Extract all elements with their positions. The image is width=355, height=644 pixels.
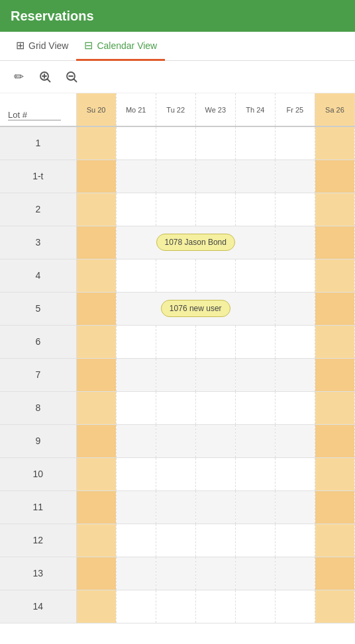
- lot-cell: 8: [0, 391, 76, 424]
- svg-line-1: [48, 79, 50, 82]
- day-cell-lot1-t-fr25: [275, 160, 315, 193]
- day-cell-lot2-sa26: [315, 193, 354, 226]
- day-cell-lot11-su20: [76, 490, 116, 524]
- day-cell-lot11-th24: [235, 490, 275, 524]
- day-cell-lot2-we23: [195, 193, 235, 226]
- toolbar: ✏: [0, 61, 355, 93]
- day-cell-lot14-sa26: [315, 590, 354, 623]
- lot-cell: 4: [0, 259, 76, 292]
- day-header-tu22: Tu 22: [156, 93, 195, 126]
- day-cell-lot6-sa26: [315, 325, 354, 358]
- day-cell-lot14-th24: [235, 590, 275, 623]
- day-cell-lot10-fr25: [275, 457, 315, 490]
- day-cell-lot10-tu22: [156, 457, 195, 490]
- reservation-badge[interactable]: 1076 new user: [161, 300, 230, 317]
- day-cell-lot12-th24: [235, 524, 275, 557]
- day-cell-lot2-mo21: [116, 193, 156, 226]
- day-cell-lot10-mo21: [116, 457, 156, 490]
- day-cell-lot1-mo21: [116, 126, 156, 160]
- day-cell-lot11-sa26: [315, 490, 354, 524]
- day-cell-lot12-su20: [76, 524, 116, 557]
- day-cell-lot6-su20: [76, 325, 116, 358]
- zoom-in-button[interactable]: [34, 66, 56, 87]
- day-cell-lot13-mo21: [116, 557, 156, 590]
- tab-grid[interactable]: ⊞ Grid View: [8, 32, 76, 61]
- day-cell-lot9-tu22: [156, 424, 195, 457]
- day-cell-lot6-fr25: [275, 325, 315, 358]
- day-cell-lot10-su20: [76, 457, 116, 490]
- lot-cell: 7: [0, 358, 76, 391]
- edit-button[interactable]: ✏: [8, 66, 29, 87]
- day-cell-lot1-t-su20: [76, 160, 116, 193]
- grid-icon: ⊞: [16, 39, 25, 52]
- day-cell-lot4-we23: [195, 259, 235, 292]
- day-cell-lot8-mo21: [116, 391, 156, 424]
- day-cell-lot7-sa26: [315, 358, 354, 391]
- day-cell-lot12-mo21: [116, 524, 156, 557]
- day-cell-lot7-mo21: [116, 358, 156, 391]
- day-cell-lot8-we23: [195, 391, 235, 424]
- day-cell-lot1-t-sa26: [315, 160, 354, 193]
- day-cell-lot14-fr25: [275, 590, 315, 623]
- day-cell-lot4-sa26: [315, 259, 354, 292]
- day-cell-lot2-su20: [76, 193, 116, 226]
- lot-cell: 13: [0, 557, 76, 590]
- lot-cell: 10: [0, 457, 76, 490]
- lot-cell: 11: [0, 490, 76, 524]
- day-cell-lot13-th24: [235, 557, 275, 590]
- day-cell-lot4-su20: [76, 259, 116, 292]
- day-header-su20: Su 20: [76, 93, 116, 126]
- day-cell-lot9-fr25: [275, 424, 315, 457]
- day-cell-lot11-mo21: [116, 490, 156, 524]
- day-cell-lot6-we23: [195, 325, 235, 358]
- svg-line-5: [74, 79, 77, 82]
- day-cell-lot10-sa26: [315, 457, 354, 490]
- tab-grid-label: Grid View: [28, 40, 68, 51]
- day-cell-lot12-sa26: [315, 524, 354, 557]
- day-cell-lot7-we23: [195, 358, 235, 391]
- day-cell-lot1-tu22: [156, 126, 195, 160]
- app-header: Reservations: [0, 0, 355, 32]
- day-cell-lot12-we23: [195, 524, 235, 557]
- day-cell-lot11-we23: [195, 490, 235, 524]
- day-cell-lot6-th24: [235, 325, 275, 358]
- day-cell-lot4-mo21: [116, 259, 156, 292]
- tab-calendar-label: Calendar View: [97, 40, 157, 51]
- calendar-icon: ⊟: [84, 39, 93, 52]
- lot-cell: 5: [0, 292, 76, 325]
- day-cell-lot13-fr25: [275, 557, 315, 590]
- day-header-sa26: Sa 26: [315, 93, 354, 126]
- day-cell-lot9-sa26: [315, 424, 354, 457]
- day-cell-lot2-th24: [235, 193, 275, 226]
- zoom-out-button[interactable]: [61, 66, 82, 87]
- day-cell-lot5-mo21[interactable]: 1076 new user: [116, 292, 275, 325]
- day-cell-lot4-th24: [235, 259, 275, 292]
- day-cell-lot6-tu22: [156, 325, 195, 358]
- day-cell-lot3-sa26: [315, 226, 354, 259]
- day-cell-lot3-su20: [76, 226, 116, 259]
- lot-header: Lot #: [0, 93, 76, 126]
- day-cell-lot14-we23: [195, 590, 235, 623]
- day-cell-lot12-tu22: [156, 524, 195, 557]
- day-cell-lot7-su20: [76, 358, 116, 391]
- lot-cell: 12: [0, 524, 76, 557]
- lot-cell: 14: [0, 590, 76, 623]
- day-cell-lot9-th24: [235, 424, 275, 457]
- day-cell-lot3-mo21[interactable]: 1078 Jason Bond: [116, 226, 275, 259]
- calendar-grid: Lot #Su 20Mo 21Tu 22We 23Th 24Fr 25Sa 26…: [0, 93, 355, 623]
- reservation-badge[interactable]: 1078 Jason Bond: [156, 234, 235, 251]
- day-cell-lot1-we23: [195, 126, 235, 160]
- day-cell-lot1-t-tu22: [156, 160, 195, 193]
- day-cell-lot7-fr25: [275, 358, 315, 391]
- day-cell-lot14-mo21: [116, 590, 156, 623]
- day-cell-lot2-tu22: [156, 193, 195, 226]
- day-cell-lot1-th24: [235, 126, 275, 160]
- day-cell-lot9-su20: [76, 424, 116, 457]
- day-cell-lot2-fr25: [275, 193, 315, 226]
- tab-calendar[interactable]: ⊟ Calendar View: [76, 32, 165, 61]
- tab-bar: ⊞ Grid View ⊟ Calendar View: [0, 32, 355, 61]
- day-cell-lot8-su20: [76, 391, 116, 424]
- lot-cell: 9: [0, 424, 76, 457]
- app-title: Reservations: [11, 9, 94, 24]
- day-cell-lot3-fr25: [275, 226, 315, 259]
